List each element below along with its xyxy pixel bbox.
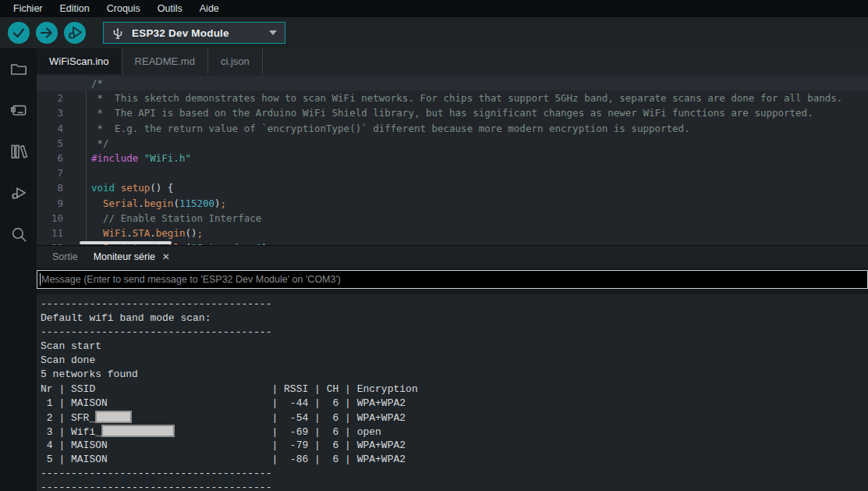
debug-button[interactable] xyxy=(64,22,86,44)
output-line: Scan done xyxy=(41,354,868,368)
menu-item-croquis[interactable]: Croquis xyxy=(98,3,149,14)
code-line: 4 * E.g. the return value of `encryption… xyxy=(37,121,868,136)
sidebar-item-library-manager[interactable] xyxy=(0,141,37,183)
output-line: Nr | SSID | RSSI | CH | Encryption xyxy=(41,382,868,397)
sidebar-item-sketchbook[interactable] xyxy=(0,59,37,100)
upload-button[interactable] xyxy=(36,22,58,44)
menu-item-aide[interactable]: Aide xyxy=(191,3,228,14)
code-line: 9 Serial.begin(115200); xyxy=(37,196,868,211)
code-line: 10 // Enable Station Interface xyxy=(37,211,868,226)
check-icon xyxy=(9,23,29,43)
menu-bar: FichierEditionCroquisOutilsAide xyxy=(0,0,868,17)
search-icon xyxy=(9,224,29,247)
usb-icon xyxy=(112,26,124,40)
serial-output: --------------------------------------De… xyxy=(37,294,868,491)
editor[interactable]: 1/*2 * This sketch demonstrates how to s… xyxy=(37,74,868,245)
output-line: 3 | Wifi_ | -69 | 6 | open xyxy=(41,425,868,439)
serial-message-input[interactable] xyxy=(37,270,868,289)
main-column: WiFiScan.inoREADME.mdci.json 1/*2 * This… xyxy=(37,48,868,491)
output-line: 2 | SFR_ | -54 | 6 | WPA+WPA2 xyxy=(41,411,868,425)
menu-item-edition[interactable]: Edition xyxy=(51,3,98,14)
code-line: 11 WiFi.STA.begin(); xyxy=(37,226,868,240)
bottom-panel: Sortie Moniteur série ✕ ----------------… xyxy=(37,245,868,491)
menu-item-outils[interactable]: Outils xyxy=(149,3,191,14)
output-line: -------------------------------------- xyxy=(41,326,868,340)
menu-item-fichier[interactable]: Fichier xyxy=(5,3,51,14)
output-line: 5 | MAISON | -86 | 6 | WPA+WPA2 xyxy=(41,453,868,467)
panel-tab-sortie[interactable]: Sortie xyxy=(44,251,86,262)
code-line: 2 * This sketch demonstrates how to scan… xyxy=(37,91,868,105)
output-line: -------------------------------------- xyxy=(41,481,868,491)
code-line: 7 xyxy=(37,165,868,180)
tab-ci-json[interactable]: ci.json xyxy=(208,48,263,74)
code-line: 1/* xyxy=(37,76,868,91)
output-line: -------------------------------------- xyxy=(41,467,868,481)
code-line: 8void setup() { xyxy=(37,180,868,195)
sidebar-item-search[interactable] xyxy=(0,224,37,265)
board-name: ESP32 Dev Module xyxy=(132,27,229,39)
arrow-right-icon xyxy=(37,23,57,43)
code-line: 6#include "WiFi.h" xyxy=(37,151,868,165)
code-line: 5 */ xyxy=(37,136,868,151)
board-icon xyxy=(9,100,29,123)
bug-play-icon xyxy=(9,183,29,206)
editor-tab-bar: WiFiScan.inoREADME.mdci.json xyxy=(37,48,868,74)
output-line: 1 | MAISON | -44 | 6 | WPA+WPA2 xyxy=(41,397,868,411)
sidebar-item-boards-manager[interactable] xyxy=(0,100,37,141)
redaction-box xyxy=(95,411,132,423)
chevron-down-icon xyxy=(269,30,277,35)
tab-wifiscan-ino[interactable]: WiFiScan.ino xyxy=(37,48,122,74)
output-line: -------------------------------------- xyxy=(41,297,868,311)
toolbar: ESP32 Dev Module xyxy=(0,17,868,48)
output-line: Default wifi band mode scan: xyxy=(41,311,868,326)
verify-button[interactable] xyxy=(8,22,30,44)
tab-readme-md[interactable]: README.md xyxy=(122,48,208,74)
redaction-box xyxy=(101,425,175,437)
serial-input-row xyxy=(37,268,868,294)
text-caret xyxy=(40,273,41,286)
workspace: WiFiScan.inoREADME.mdci.json 1/*2 * This… xyxy=(0,48,868,491)
output-line: Scan start xyxy=(41,340,868,354)
close-icon[interactable]: ✕ xyxy=(162,251,170,262)
panel-tab-label: Sortie xyxy=(52,251,78,262)
editor-lines: 1/*2 * This sketch demonstrates how to s… xyxy=(37,76,868,245)
books-icon xyxy=(9,141,29,165)
activity-bar xyxy=(0,48,37,491)
code-line: 3 * The API is based on the Arduino WiFi… xyxy=(37,105,868,120)
sidebar-item-debug[interactable] xyxy=(0,183,37,224)
folder-icon xyxy=(9,59,29,82)
output-line: 4 | MAISON | -79 | 6 | WPA+WPA2 xyxy=(41,439,868,453)
panel-tab-bar: Sortie Moniteur série ✕ xyxy=(37,246,868,268)
arduino-ide-window: { "colors": { "accent_teal": "#0f97a1", … xyxy=(0,0,868,491)
panel-tab-moniteur-serie[interactable]: Moniteur série ✕ xyxy=(86,251,178,262)
output-line: 5 networks found xyxy=(41,368,868,382)
editor-horizontal-scrollbar[interactable] xyxy=(80,241,172,244)
bug-play-icon xyxy=(65,23,85,43)
panel-tab-label: Moniteur série xyxy=(94,251,155,262)
board-selector[interactable]: ESP32 Dev Module xyxy=(103,22,285,44)
